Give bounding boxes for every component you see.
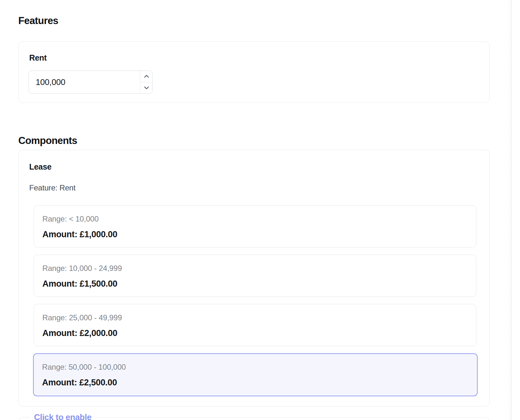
panel-edge-shadow <box>508 0 511 420</box>
spinner-down-button[interactable] <box>140 82 152 94</box>
page-root: Features Rent <box>0 0 520 420</box>
range-label: Range: 50,000 - 100,000 <box>42 362 126 372</box>
rent-input[interactable] <box>29 71 140 93</box>
panel-edge-divider <box>511 0 512 420</box>
spinner-up-button[interactable] <box>140 71 152 82</box>
lease-title: Lease <box>29 162 51 172</box>
rent-input-spinner <box>140 71 152 93</box>
disabled-component-card[interactable]: Click to enable <box>18 417 490 420</box>
amount-label: Amount: £2,000.00 <box>42 328 117 339</box>
chevron-down-icon <box>143 86 150 90</box>
amount-label: Amount: £2,500.00 <box>42 377 117 388</box>
rent-label: Rent <box>29 53 47 63</box>
rent-input-group <box>29 71 153 94</box>
rent-feature-card: Rent <box>18 41 490 103</box>
components-section-title: Components <box>18 135 77 147</box>
range-tier-card[interactable]: Range: 10,000 - 24,999 Amount: £1,500.00 <box>34 255 476 297</box>
amount-label: Amount: £1,500.00 <box>42 278 117 289</box>
range-tier-card[interactable]: Range: < 10,000 Amount: £1,000.00 <box>34 205 476 248</box>
range-label: Range: < 10,000 <box>42 214 99 224</box>
range-label: Range: 25,000 - 49,999 <box>42 313 122 323</box>
amount-label: Amount: £1,000.00 <box>42 229 117 240</box>
click-to-enable-button[interactable]: Click to enable <box>30 412 96 420</box>
lease-feature-line: Feature: Rent <box>29 183 75 192</box>
features-section-title: Features <box>18 15 58 27</box>
range-tier-card-selected[interactable]: Range: 50,000 - 100,000 Amount: £2,500.0… <box>33 353 478 396</box>
chevron-up-icon <box>143 74 150 78</box>
range-tier-card[interactable]: Range: 25,000 - 49,999 Amount: £2,000.00 <box>34 304 476 346</box>
lease-component-card: Lease Feature: Rent Range: < 10,000 Amou… <box>18 150 490 407</box>
range-label: Range: 10,000 - 24,999 <box>42 264 122 273</box>
